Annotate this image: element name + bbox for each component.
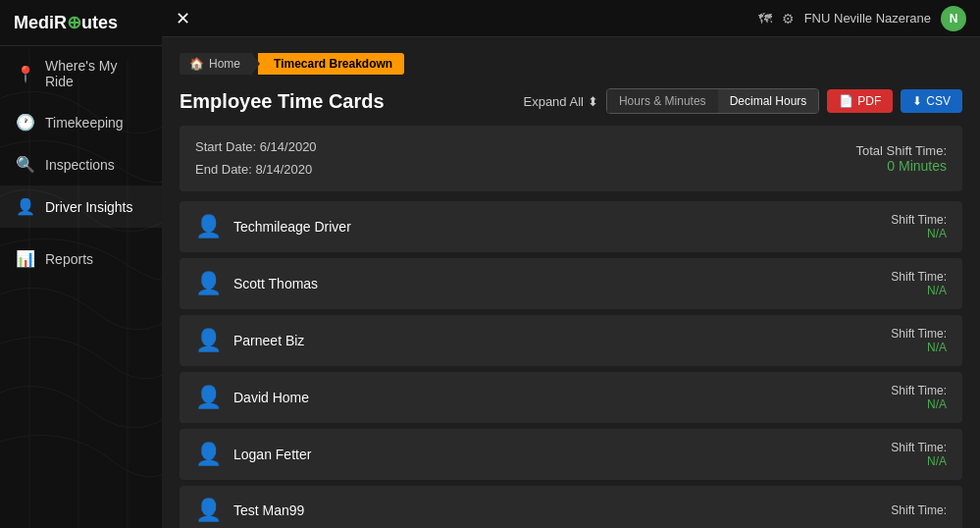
- employee-row[interactable]: 👤 Scott Thomas Shift Time: N/A: [180, 258, 962, 309]
- employee-name: Logan Fetter: [233, 447, 311, 462]
- employee-shift-info: Shift Time: N/A: [891, 270, 947, 297]
- location-icon: 📍: [16, 65, 35, 83]
- home-icon: 🏠: [189, 57, 204, 71]
- clock-icon: 🕐: [16, 113, 35, 132]
- sidebar-item-reports[interactable]: 📊 Reports: [0, 238, 162, 280]
- employee-name: David Home: [233, 390, 309, 405]
- shift-time-label: Shift Time:: [891, 270, 947, 284]
- employee-name: Techmileage Driver: [233, 219, 351, 235]
- employee-left: 👤 David Home: [195, 385, 309, 410]
- employee-shift-info: Shift Time: N/A: [891, 441, 947, 468]
- map-pin-icon[interactable]: 🗺: [758, 11, 772, 26]
- pdf-button[interactable]: 📄 PDF: [827, 89, 893, 113]
- date-info-card: Start Date: 6/14/2020 End Date: 8/14/202…: [180, 126, 962, 191]
- employee-left: 👤 Logan Fetter: [195, 442, 311, 467]
- close-button[interactable]: ✕: [176, 8, 190, 29]
- shift-time-label: Shift Time:: [891, 441, 947, 454]
- user-name: FNU Neville Nazerane: [804, 11, 931, 26]
- total-shift-area: Total Shift Time: 0 Minutes: [856, 143, 947, 174]
- shift-time-label: Shift Time:: [891, 503, 947, 517]
- shift-time-value: N/A: [891, 284, 947, 297]
- employee-row[interactable]: 👤 David Home Shift Time: N/A: [180, 372, 962, 423]
- employees-list: 👤 Techmileage Driver Shift Time: N/A 👤 S…: [180, 201, 962, 528]
- decimal-hours-toggle[interactable]: Decimal Hours: [718, 89, 819, 113]
- employee-avatar-icon: 👤: [195, 498, 222, 523]
- person-icon: 👤: [16, 197, 35, 216]
- sidebar: MediR⊕utes 📍 Where's My Ride 🕐 Timekeepi…: [0, 0, 162, 528]
- employee-shift-info: Shift Time:: [891, 503, 947, 517]
- employee-shift-info: Shift Time: N/A: [891, 327, 947, 354]
- shift-time-value: N/A: [891, 397, 947, 411]
- breadcrumb-arrow: [250, 51, 260, 77]
- employee-left: 👤 Techmileage Driver: [195, 214, 351, 239]
- main-content: ✕ 🗺 ⚙ FNU Neville Nazerane N 🏠 Home Time…: [162, 0, 980, 528]
- employee-shift-info: Shift Time: N/A: [891, 384, 947, 411]
- end-date-label: End Date:: [195, 162, 252, 177]
- employee-avatar-icon: 👤: [195, 385, 222, 410]
- logo: MediR⊕utes: [14, 12, 148, 33]
- employee-shift-info: Shift Time: N/A: [891, 213, 947, 240]
- hours-minutes-toggle[interactable]: Hours & Minutes: [607, 89, 718, 113]
- shift-time-label: Shift Time:: [891, 327, 947, 341]
- topbar: ✕ 🗺 ⚙ FNU Neville Nazerane N: [162, 0, 980, 37]
- chart-icon: 📊: [16, 249, 35, 268]
- sidebar-label-reports: Reports: [45, 251, 93, 267]
- employee-name: Test Man99: [233, 502, 304, 518]
- sidebar-item-inspections[interactable]: 🔍 Inspections: [0, 143, 162, 185]
- pdf-icon: 📄: [839, 94, 853, 108]
- logo-routes-icon: ⊕: [67, 13, 81, 32]
- shift-time-label: Shift Time:: [891, 384, 947, 397]
- employee-left: 👤 Test Man99: [195, 498, 304, 523]
- page-content: 🏠 Home Timecard Breakdown Employee Time …: [162, 37, 980, 528]
- shift-time-value: N/A: [891, 227, 947, 240]
- employee-left: 👤 Scott Thomas: [195, 271, 318, 296]
- end-date-value: 8/14/2020: [255, 162, 312, 177]
- title-row: Employee Time Cards Expand All ⬍ Hours &…: [180, 88, 962, 114]
- shift-time-value: N/A: [891, 454, 947, 468]
- expand-all-button[interactable]: Expand All ⬍: [523, 94, 597, 109]
- employee-name: Scott Thomas: [233, 276, 318, 291]
- employee-avatar-icon: 👤: [195, 214, 222, 239]
- employee-avatar-icon: 👤: [195, 442, 222, 467]
- title-controls: Expand All ⬍ Hours & Minutes Decimal Hou…: [523, 88, 962, 114]
- settings-icon[interactable]: ⚙: [782, 11, 795, 26]
- sidebar-label-inspections: Inspections: [45, 157, 115, 173]
- start-date-value: 6/14/2020: [260, 139, 317, 154]
- sidebar-item-wheres-my-ride[interactable]: 📍 Where's My Ride: [0, 46, 162, 101]
- shift-time-value: N/A: [891, 341, 947, 354]
- sidebar-label-timekeeping: Timekeeping: [45, 115, 124, 131]
- download-icon: ⬇: [912, 94, 922, 108]
- employee-row[interactable]: 👤 Parneet Biz Shift Time: N/A: [180, 315, 962, 366]
- breadcrumb-current: Timecard Breakdown: [258, 53, 404, 75]
- shift-time-label: Shift Time:: [891, 213, 947, 227]
- avatar: N: [941, 6, 966, 31]
- total-shift-value: 0 Minutes: [856, 158, 947, 174]
- employee-row[interactable]: 👤 Logan Fetter Shift Time: N/A: [180, 429, 962, 480]
- date-labels: Start Date: 6/14/2020 End Date: 8/14/202…: [195, 135, 317, 182]
- search-icon: 🔍: [16, 155, 35, 174]
- employee-name: Parneet Biz: [233, 333, 304, 348]
- start-date-label: Start Date:: [195, 139, 256, 154]
- total-shift-label: Total Shift Time:: [856, 143, 947, 158]
- breadcrumb: 🏠 Home Timecard Breakdown: [180, 51, 962, 77]
- employee-row[interactable]: 👤 Test Man99 Shift Time:: [180, 486, 962, 528]
- sidebar-item-timekeeping[interactable]: 🕐 Timekeeping: [0, 101, 162, 143]
- page-title: Employee Time Cards: [180, 90, 385, 113]
- breadcrumb-home[interactable]: 🏠 Home: [180, 53, 250, 75]
- csv-button[interactable]: ⬇ CSV: [901, 89, 962, 113]
- logo-area: MediR⊕utes: [0, 0, 162, 46]
- sidebar-label-wheres-my-ride: Where's My Ride: [45, 58, 146, 89]
- sidebar-label-driver-insights: Driver Insights: [45, 199, 132, 215]
- view-toggle-group: Hours & Minutes Decimal Hours: [606, 88, 819, 114]
- expand-icon: ⬍: [588, 94, 598, 109]
- employee-left: 👤 Parneet Biz: [195, 328, 304, 353]
- sidebar-item-driver-insights[interactable]: 👤 Driver Insights: [0, 185, 162, 228]
- employee-avatar-icon: 👤: [195, 271, 222, 296]
- employee-avatar-icon: 👤: [195, 328, 222, 353]
- employee-row[interactable]: 👤 Techmileage Driver Shift Time: N/A: [180, 201, 962, 252]
